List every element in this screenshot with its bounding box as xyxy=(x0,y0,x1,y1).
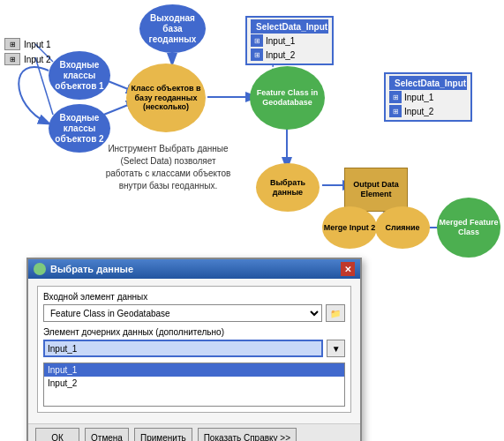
output-geo-node: Выходная база геоданных xyxy=(139,4,206,53)
diagram-area: ⊞ Input 1 ⊞ Input 2 Входные классы объек… xyxy=(0,0,504,265)
item-icon-4: ⊞ xyxy=(389,105,402,117)
list-item-input2[interactable]: Input_2 xyxy=(44,377,344,390)
dialog: Выбрать данные ✕ Входной элемент данных … xyxy=(26,258,362,441)
input-2-icon: ⊞ xyxy=(4,53,20,65)
dialog-title-icon xyxy=(34,263,46,275)
input-2-item: ⊞ Input 2 xyxy=(4,53,51,65)
close-button[interactable]: ✕ xyxy=(341,262,355,276)
feature-class-node: Feature Class in Geodatabase xyxy=(250,66,325,130)
child-browse-button[interactable]: ▼ xyxy=(327,340,345,357)
merged-feature-class-node: Merged Feature Class xyxy=(437,198,500,258)
list-item-input1[interactable]: Input_1 xyxy=(44,363,344,377)
input-1-label: Input 1 xyxy=(24,40,51,49)
select-panel-2: SelectData_Input ⊞ Input_1 ⊞ Input_2 xyxy=(384,72,472,122)
child-element-row: ▼ xyxy=(43,340,345,357)
select-panel-2-title: SelectData_Input xyxy=(389,76,467,90)
ok-button[interactable]: ОК xyxy=(35,428,79,441)
input-2-label: Input 2 xyxy=(24,55,51,64)
browse-button[interactable]: 📁 xyxy=(326,304,345,322)
dialog-title-left: Выбрать данные xyxy=(34,263,133,275)
input-classes-1-node: Входные классы объектов 1 xyxy=(49,51,110,100)
class-to-geo-node: Класс объектов в базу геоданных (несколь… xyxy=(126,64,206,132)
output-data-element-node: Output Data Element xyxy=(344,168,408,212)
item-icon-1: ⊞ xyxy=(251,34,263,47)
dialog-title-text: Выбрать данные xyxy=(50,264,133,274)
merge-node: Слияние xyxy=(375,206,430,249)
input-1-icon: ⊞ xyxy=(4,38,20,50)
input-1-item: ⊞ Input 1 xyxy=(4,38,51,50)
dialog-footer: ОК Отмена Применить Показать Справку >> xyxy=(28,423,360,441)
apply-button[interactable]: Применить xyxy=(134,428,192,441)
input-element-label: Входной элемент данных xyxy=(43,292,345,302)
select-panel-1: SelectData_Input ⊞ Input_1 ⊞ Input_2 xyxy=(245,16,334,65)
input-element-row: Feature Class in Geodatabase 📁 xyxy=(43,304,345,322)
select-panel-2-item-2: ⊞ Input_2 xyxy=(389,104,467,118)
dialog-body: Входной элемент данных Feature Class in … xyxy=(28,279,360,423)
cancel-button[interactable]: Отмена xyxy=(85,428,129,441)
select-panel-1-item-2: ⊞ Input_2 xyxy=(251,48,328,62)
scroll-area: Входной элемент данных Feature Class in … xyxy=(37,286,351,413)
select-panel-1-title: SelectData_Input xyxy=(251,19,328,34)
item-icon-3: ⊞ xyxy=(389,91,402,103)
description-text: Инструмент Выбрать данные (Select Data) … xyxy=(104,143,232,192)
child-element-input[interactable] xyxy=(43,340,323,357)
select-data-node: Выбрать данные xyxy=(256,163,320,212)
select-panel-1-item-1: ⊞ Input_1 xyxy=(251,34,328,48)
input-classes-2-node: Входные классы объектов 2 xyxy=(49,104,110,153)
input-element-select[interactable]: Feature Class in Geodatabase xyxy=(43,304,322,322)
merge-input-2-node: Merge Input 2 xyxy=(322,206,377,249)
dropdown-list[interactable]: Input_1 Input_2 xyxy=(43,363,345,407)
child-element-label: Элемент дочерних данных (дополнительно) xyxy=(43,327,345,337)
select-panel-2-item-1: ⊞ Input_1 xyxy=(389,90,467,104)
item-icon-2: ⊞ xyxy=(251,49,263,61)
dialog-titlebar: Выбрать данные ✕ xyxy=(28,259,360,279)
help-button[interactable]: Показать Справку >> xyxy=(198,428,297,441)
